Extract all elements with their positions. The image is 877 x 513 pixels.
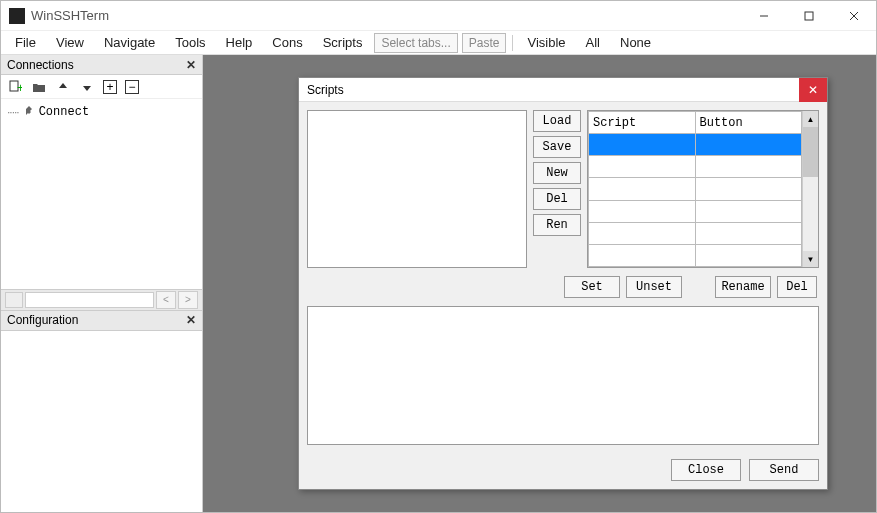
svg-rect-1 (805, 12, 813, 20)
set-button[interactable]: Set (564, 276, 620, 298)
minimize-button[interactable] (741, 1, 786, 31)
save-button[interactable]: Save (533, 136, 581, 158)
svg-text:+: + (17, 81, 22, 94)
window-title: WinSSHTerm (31, 8, 109, 23)
dialog-row2: Set Unset Rename Del (307, 276, 819, 298)
configuration-body (1, 331, 202, 513)
col-script[interactable]: Script (589, 112, 696, 134)
connections-navstrip: < > (1, 289, 202, 311)
grid-row[interactable] (589, 244, 802, 266)
scripts-dialog: Scripts ✕ Load Save New Del Ren (298, 77, 828, 490)
output-box[interactable] (307, 306, 819, 445)
connections-tree[interactable]: ····· Connect (1, 99, 202, 289)
grid-row-selected[interactable] (589, 134, 802, 156)
menu-all[interactable]: All (576, 32, 610, 53)
dialog-titlebar: Scripts ✕ (299, 78, 827, 102)
configuration-panel-header: Configuration ✕ (1, 311, 202, 331)
new-file-icon[interactable]: + (7, 79, 23, 95)
grid-row[interactable] (589, 156, 802, 178)
dialog-footer: Close Send (299, 453, 827, 489)
tree-dots: ····· (7, 105, 19, 119)
menu-help[interactable]: Help (216, 32, 263, 53)
nav-next-button[interactable]: > (178, 291, 198, 309)
menu-tools[interactable]: Tools (165, 32, 215, 53)
dialog-row1: Load Save New Del Ren Script Button (307, 110, 819, 268)
nav-box-small[interactable] (5, 292, 23, 308)
menu-paste[interactable]: Paste (462, 33, 507, 53)
configuration-close-icon[interactable]: ✕ (186, 313, 196, 327)
window-controls (741, 1, 876, 31)
connections-close-icon[interactable]: ✕ (186, 58, 196, 72)
menu-file[interactable]: File (5, 32, 46, 53)
menu-separator (512, 35, 513, 51)
collapse-icon[interactable]: − (125, 80, 139, 94)
connections-panel-header: Connections ✕ (1, 55, 202, 75)
tree-root-label: Connect (39, 105, 89, 119)
close-button-footer[interactable]: Close (671, 459, 741, 481)
menu-view[interactable]: View (46, 32, 94, 53)
menu-cons[interactable]: Cons (262, 32, 312, 53)
scroll-down-icon[interactable]: ▼ (803, 251, 818, 267)
plug-icon (23, 104, 35, 119)
menu-none[interactable]: None (610, 32, 661, 53)
dialog-title: Scripts (307, 83, 344, 97)
new-button[interactable]: New (533, 162, 581, 184)
load-button[interactable]: Load (533, 110, 581, 132)
titlebar: ​ WinSSHTerm (1, 1, 876, 31)
maximize-button[interactable] (786, 1, 831, 31)
scripts-grid[interactable]: Script Button (588, 111, 802, 267)
script-editor[interactable] (307, 110, 527, 268)
grid-scrollbar[interactable]: ▲ ▼ (802, 111, 818, 267)
rename-button[interactable]: Rename (715, 276, 771, 298)
menu-scripts[interactable]: Scripts (313, 32, 373, 53)
dialog-body: Load Save New Del Ren Script Button (299, 102, 827, 453)
nav-prev-button[interactable]: < (156, 291, 176, 309)
del2-button[interactable]: Del (777, 276, 817, 298)
up-icon[interactable] (55, 79, 71, 95)
scroll-up-icon[interactable]: ▲ (803, 111, 818, 127)
grid-row[interactable] (589, 200, 802, 222)
script-button-column: Load Save New Del Ren (533, 110, 581, 268)
dialog-close-button[interactable]: ✕ (799, 78, 827, 102)
main-area: Connections ✕ + + − ····· Connect < > C (1, 55, 876, 512)
connections-title: Connections (7, 58, 74, 72)
down-icon[interactable] (79, 79, 95, 95)
scroll-thumb[interactable] (803, 127, 818, 177)
grid-row[interactable] (589, 178, 802, 200)
configuration-title: Configuration (7, 313, 78, 327)
app-icon: ​ (9, 8, 25, 24)
menubar: File View Navigate Tools Help Cons Scrip… (1, 31, 876, 55)
scripts-grid-wrap: Script Button ▲ (587, 110, 819, 268)
close-button[interactable] (831, 1, 876, 31)
grid-row[interactable] (589, 222, 802, 244)
expand-icon[interactable]: + (103, 80, 117, 94)
menu-navigate[interactable]: Navigate (94, 32, 165, 53)
folder-icon[interactable] (31, 79, 47, 95)
nav-box-wide[interactable] (25, 292, 154, 308)
send-button[interactable]: Send (749, 459, 819, 481)
menu-visible[interactable]: Visible (517, 32, 575, 53)
col-button[interactable]: Button (695, 112, 802, 134)
unset-button[interactable]: Unset (626, 276, 682, 298)
connections-toolbar: + + − (1, 75, 202, 99)
menu-select-tabs[interactable]: Select tabs... (374, 33, 457, 53)
tree-root[interactable]: ····· Connect (7, 103, 196, 120)
ren-button[interactable]: Ren (533, 214, 581, 236)
workspace: 安下载 anxz.com Scripts ✕ Load Save New Del (203, 55, 876, 512)
left-sidebar: Connections ✕ + + − ····· Connect < > C (1, 55, 203, 512)
del-button[interactable]: Del (533, 188, 581, 210)
grid-header: Script Button (589, 112, 802, 134)
